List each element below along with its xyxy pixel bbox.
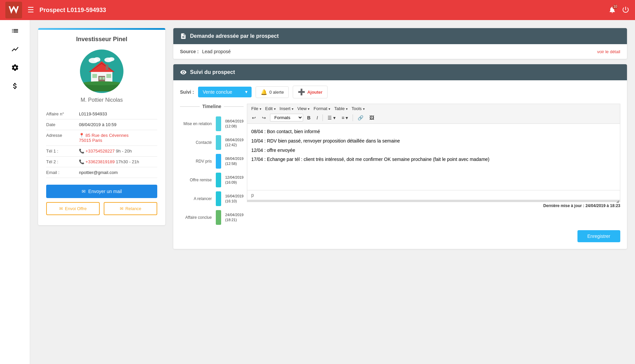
svg-rect-13: [106, 74, 111, 78]
ajouter-button[interactable]: ➕ Ajouter: [293, 86, 328, 98]
editor-section: File ▾ Edit ▾ Insert ▾ View ▾ Format ▾ T…: [247, 104, 620, 227]
undo-button[interactable]: ↩: [250, 114, 258, 121]
svg-point-4: [108, 57, 114, 61]
field-email: Email : npottier@gmail.com: [46, 167, 157, 178]
email-label: Email :: [46, 170, 76, 175]
secondary-buttons: ✉ Envoi Offre ✉ Relance: [46, 202, 157, 215]
image-button[interactable]: 🖼: [367, 114, 376, 121]
timeline-dot-0: [216, 116, 221, 131]
timeline-dot-2: [216, 154, 221, 169]
suivi-title: Suivi du prospect: [190, 69, 235, 75]
enregistrer-button[interactable]: Enregistrer: [577, 230, 620, 242]
affaire-label: Affaire n°: [46, 111, 76, 116]
svg-rect-12: [92, 74, 97, 78]
menu-edit[interactable]: Edit ▾: [264, 105, 277, 112]
right-panel: Demande adressée par le prospect Source …: [173, 28, 627, 249]
suivi-controls: Suivi : Vente conclue En cours Perdu À r…: [180, 86, 620, 98]
timeline-dot-4: [216, 191, 221, 206]
editor-content[interactable]: 08/04 : Bon contact, bien informé 10/04 …: [247, 123, 620, 190]
ajouter-label: Ajouter: [307, 90, 323, 95]
timeline-label-3: Offre remise: [180, 178, 212, 182]
separator-1: [323, 114, 323, 121]
alerte-button[interactable]: 🔔 0 alerte: [256, 86, 289, 98]
editor-footer: Dernière mise à jour : 24/04/2019 à 18:2…: [247, 202, 620, 209]
prospect-name: M. Pottier Nicolas: [38, 96, 165, 103]
tel1-label: Tél 1 :: [46, 149, 76, 154]
menu-icon[interactable]: ☰: [27, 6, 34, 14]
timeline-item-2: RDV pris 08/04/2019(12:58): [180, 152, 244, 171]
formats-select[interactable]: Formats Heading 1 Heading 2 Paragraph: [270, 114, 303, 121]
timeline-dot-5: [216, 210, 221, 225]
logo: [5, 2, 22, 18]
editor-line-3: 12/04 : offre envoyée: [251, 147, 616, 155]
menu-insert[interactable]: Insert ▾: [278, 105, 295, 112]
editor-line-4: 17/04 : Echange par tél : client très in…: [251, 156, 616, 164]
power-icon: [622, 6, 630, 14]
envoi-offre-button[interactable]: ✉ Envoi Offre: [46, 202, 100, 215]
logo-icon: [9, 5, 19, 15]
timeline-item-3: Offre remise 12/04/2019(16:09): [180, 171, 244, 189]
toolbar-format-row: ↩ ↪ Formats Heading 1 Heading 2 Paragrap…: [250, 113, 617, 122]
source-value: Lead proposé: [202, 49, 594, 54]
dollar-icon: [11, 82, 19, 90]
suivi-card: Suivi du prospect Suivi : Vente conclue …: [173, 64, 627, 249]
editor-cursor-line: p: [251, 192, 254, 198]
last-update-label: Dernière mise à jour :: [543, 203, 584, 208]
timeline-title: Timeline: [180, 104, 244, 109]
timeline-editor: Timeline Mise en relation 08/04/2019(12:…: [180, 104, 620, 227]
timeline-bar-3: [214, 173, 222, 187]
suivi-select[interactable]: Vente conclue En cours Perdu À relancer: [198, 87, 252, 97]
timeline-dot-1: [216, 135, 221, 150]
demande-header: Demande adressée par le prospect: [173, 28, 627, 44]
timeline-label-4: A relancer: [180, 196, 212, 201]
suivi-label: Suivi :: [180, 89, 194, 95]
power-button[interactable]: [622, 6, 630, 15]
sidebar-item-settings[interactable]: [11, 64, 19, 73]
bold-button[interactable]: B: [305, 114, 312, 121]
timeline-item-1: Contacté 08/04/2019(12:42): [180, 133, 244, 152]
notification-count: 10: [612, 4, 618, 10]
redo-button[interactable]: ↪: [260, 114, 268, 121]
menu-view[interactable]: View ▾: [296, 105, 311, 112]
timeline-date-4: 16/04/2019(16:10): [225, 194, 244, 204]
sidebar-item-finance[interactable]: [11, 82, 19, 91]
suivi-select-wrapper: Vente conclue En cours Perdu À relancer …: [198, 87, 252, 97]
page-title: Prospect L0119-594933: [39, 7, 603, 14]
field-tel2: Tél 2 : 📞 +33623819189 17h30 - 21h: [46, 157, 157, 167]
timeline-label-5: Affaire conclue: [180, 215, 212, 220]
ordered-list-button[interactable]: ≡ ▾: [340, 114, 350, 121]
timeline-item-5: Affaire conclue 24/04/2019(18:21): [180, 208, 244, 227]
menu-file[interactable]: File ▾: [250, 105, 263, 112]
bullet-list-button[interactable]: ☰ ▾: [326, 114, 338, 121]
svg-point-2: [94, 57, 100, 62]
svg-rect-8: [106, 65, 108, 70]
timeline-date-5: 24/04/2019(18:21): [225, 212, 244, 223]
timeline-item-0: Mise en relation 08/04/2019(12:08): [180, 114, 244, 133]
relance-button[interactable]: ✉ Relance: [104, 202, 157, 215]
svg-rect-11: [102, 77, 105, 80]
menu-tools[interactable]: Tools ▾: [350, 105, 366, 112]
mail-icon: ✉: [82, 189, 86, 194]
alerte-count: 0 alerte: [269, 90, 284, 95]
link-button[interactable]: 🔗: [356, 114, 365, 121]
voir-detail-link[interactable]: voir le détail: [597, 49, 620, 54]
menu-format[interactable]: Format ▾: [312, 105, 332, 112]
timeline-date-0: 08/04/2019(12:08): [225, 119, 244, 129]
chart-icon: [11, 45, 19, 53]
timeline-label-1: Contacté: [180, 140, 212, 145]
timeline-items: Mise en relation 08/04/2019(12:08) Conta…: [180, 114, 244, 227]
topbar-actions: 10: [608, 6, 630, 15]
sidebar-item-list[interactable]: [11, 27, 19, 36]
menu-table[interactable]: Table ▾: [333, 105, 349, 112]
suivi-body: Suivi : Vente conclue En cours Perdu À r…: [173, 80, 627, 249]
send-mail-button[interactable]: ✉ Envoyer un mail: [46, 185, 157, 198]
italic-button[interactable]: I: [314, 114, 320, 121]
editor-toolbar: File ▾ Edit ▾ Insert ▾ View ▾ Format ▾ T…: [247, 104, 620, 123]
timeline-bar-0: [214, 116, 222, 131]
sidebar-item-chart[interactable]: [11, 45, 19, 54]
demande-card: Demande adressée par le prospect Source …: [173, 28, 627, 59]
notifications-bell[interactable]: 10: [608, 6, 616, 15]
suivi-header: Suivi du prospect: [173, 64, 627, 80]
card-actions: ✉ Envoyer un mail ✉ Envoi Offre ✉ Relanc…: [38, 178, 165, 215]
alerte-bell-icon: 🔔: [261, 89, 267, 95]
